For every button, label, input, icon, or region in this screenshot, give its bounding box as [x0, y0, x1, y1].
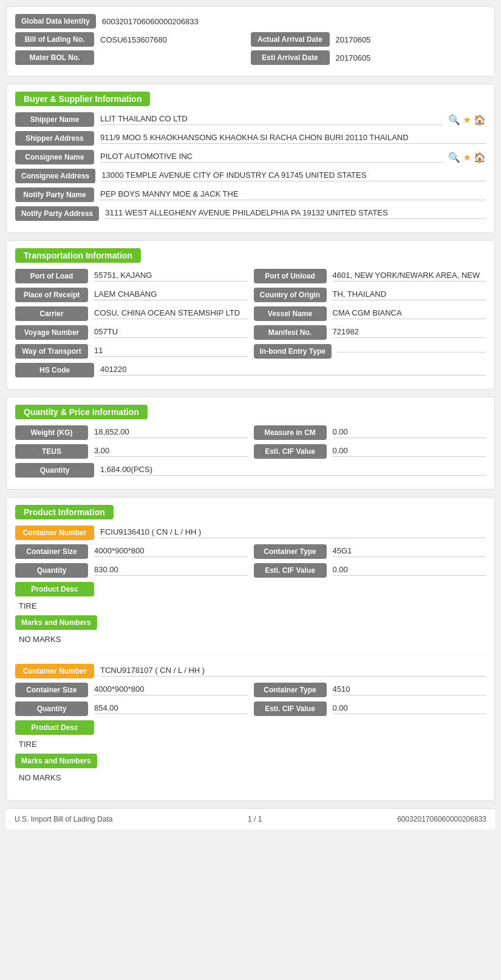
way-of-transport-label: Way of Transport: [15, 344, 88, 359]
container-number-label-2: Container Number: [15, 664, 94, 678]
teus-label: TEUS: [15, 444, 88, 459]
home-icon[interactable]: 🏠: [474, 114, 486, 126]
consignee-name-icons: 🔍 ★ 🏠: [448, 152, 486, 163]
product-desc-value-1: TIRE: [15, 599, 486, 613]
actual-arrival-date-value: 20170605: [336, 35, 486, 44]
teus-value: 3.00: [94, 446, 248, 457]
notify-party-name-label: Notify Party Name: [15, 188, 94, 202]
quantity-cif-row-2: Quantity 854.00 Esti. CIF Value 0.00: [15, 701, 486, 716]
transportation-title: Transportation Information: [15, 248, 141, 263]
search-icon[interactable]: 🔍: [448, 114, 460, 126]
container-type-value-2: 4510: [333, 684, 486, 695]
teus-col: TEUS 3.00: [15, 444, 248, 459]
product-information-card: Product Information Container Number FCI…: [6, 497, 495, 801]
bill-of-lading-value: COSU6153607680: [100, 35, 251, 44]
quantity-value: 1,684.00(PCS): [100, 465, 486, 476]
quantity-label-2: Quantity: [15, 701, 88, 716]
weight-kg-value: 18,852.00: [94, 427, 248, 438]
star-icon[interactable]: ★: [463, 114, 471, 126]
in-bond-entry-col: In-bond Entry Type: [254, 344, 486, 359]
quantity-row: Quantity 1,684.00(PCS): [15, 463, 486, 478]
buyer-supplier-card: Buyer & Supplier Information Shipper Nam…: [6, 84, 495, 233]
country-of-origin-label: Country of Origin: [254, 288, 327, 302]
weight-kg-label: Weight (KG): [15, 425, 88, 440]
quantity-price-title: Quantity & Price Information: [15, 405, 148, 419]
in-bond-entry-type-label: In-bond Entry Type: [254, 344, 332, 359]
carrier-value: COSU, CHINA OCEAN STEAMSHIP LTD: [94, 308, 248, 319]
container-number-row-1: Container Number FCIU9136410 ( CN / L / …: [15, 525, 486, 540]
port-load-unload-row: Port of Load 55751, KAJANG Port of Unloa…: [15, 269, 486, 283]
vessel-name-label: Vessel Name: [254, 306, 327, 321]
port-of-load-value: 55751, KAJANG: [94, 271, 248, 282]
container-size-label-1: Container Size: [15, 544, 88, 559]
product-desc-value-2: TIRE: [15, 737, 486, 751]
esti-cif-value-2: 0.00: [333, 703, 486, 714]
container-block-2: Container Number TCNU9178107 ( CN / L / …: [15, 664, 486, 793]
notify-party-address-value: 3111 WEST ALLEGHENY AVENUE PHILADELPHIA …: [105, 208, 486, 219]
port-of-unload-value: 4601, NEW YORK/NEWARK AREA, NEW: [333, 271, 486, 282]
country-of-origin-value: TH, THAILAND: [333, 289, 486, 300]
esti-cif-value-label: Esti. CIF Value: [254, 444, 327, 459]
container-type-label-1: Container Type: [254, 544, 327, 559]
consignee-home-icon[interactable]: 🏠: [474, 152, 486, 163]
quantity-label: Quantity: [15, 463, 94, 478]
container-type-col-1: Container Type 45G1: [254, 544, 486, 559]
receipt-origin-row: Place of Receipt LAEM CHABANG Country of…: [15, 288, 486, 302]
marks-numbers-label-2: Marks and Numbers: [15, 754, 97, 768]
esti-cif-col-1: Esti. CIF Value 0.00: [254, 563, 486, 578]
actual-arrival-pair: Actual Arrival Date 20170605: [251, 32, 486, 47]
carrier-vessel-row: Carrier COSU, CHINA OCEAN STEAMSHIP LTD …: [15, 306, 486, 321]
marks-numbers-value-1: NO MARKS: [15, 632, 486, 646]
port-of-load-label: Port of Load: [15, 269, 88, 283]
esti-arrival-date-value: 20170605: [336, 53, 486, 63]
global-data-identity-label: Global Data Identity: [15, 14, 96, 29]
shipper-name-value: LLIT THAILAND CO LTD: [100, 114, 443, 125]
quantity-price-card: Quantity & Price Information Weight (KG)…: [6, 397, 495, 490]
container-number-label-1: Container Number: [15, 525, 94, 540]
container-number-value-2: TCNU9178107 ( CN / L / HH ): [100, 666, 486, 677]
carrier-label: Carrier: [15, 306, 88, 321]
shipper-name-row: Shipper Name LLIT THAILAND CO LTD 🔍 ★ 🏠: [15, 112, 486, 127]
page: Global Data Identity 6003201706060000206…: [0, 0, 501, 836]
hs-code-label: HS Code: [15, 363, 94, 377]
consignee-star-icon[interactable]: ★: [463, 152, 471, 163]
shipper-address-row: Shipper Address 911/9 MOO 5 KHAOKHANSONG…: [15, 131, 486, 146]
container-number-row-2: Container Number TCNU9178107 ( CN / L / …: [15, 664, 486, 678]
esti-cif-label-2: Esti. CIF Value: [254, 701, 327, 716]
carrier-col: Carrier COSU, CHINA OCEAN STEAMSHIP LTD: [15, 306, 248, 321]
consignee-name-label: Consignee Name: [15, 150, 94, 164]
container-number-value-1: FCIU9136410 ( CN / L / HH ): [100, 527, 486, 538]
weight-kg-col: Weight (KG) 18,852.00: [15, 425, 248, 440]
port-of-unload-col: Port of Unload 4601, NEW YORK/NEWARK ARE…: [254, 269, 486, 283]
consignee-search-icon[interactable]: 🔍: [448, 152, 460, 163]
mater-esti-row: Mater BOL No. Esti Arrival Date 20170605: [15, 50, 486, 65]
teus-cif-row: TEUS 3.00 Esti. CIF Value 0.00: [15, 444, 486, 459]
way-of-transport-value: 11: [94, 346, 248, 357]
consignee-name-row: Consignee Name PILOT AUTOMOTIVE INC 🔍 ★ …: [15, 150, 486, 164]
way-inbond-row: Way of Transport 11 In-bond Entry Type: [15, 344, 486, 359]
global-data-identity-row: Global Data Identity 6003201706060000206…: [15, 14, 486, 29]
manifest-no-col: Manifest No. 721982: [254, 325, 486, 340]
footer-right-id: 6003201706060000206833: [397, 815, 486, 823]
container-size-col-2: Container Size 4000*900*800: [15, 683, 248, 697]
container-size-label-2: Container Size: [15, 683, 88, 697]
measure-in-cm-value: 0.00: [333, 427, 486, 438]
container-size-col-1: Container Size 4000*900*800: [15, 544, 248, 559]
voyage-manifest-row: Voyage Number 057TU Manifest No. 721982: [15, 325, 486, 340]
place-of-receipt-col: Place of Receipt LAEM CHABANG: [15, 288, 248, 302]
container-type-label-2: Container Type: [254, 683, 327, 697]
mater-bol-label: Mater BOL No.: [15, 50, 94, 65]
footer-page-info: 1 / 1: [248, 815, 262, 823]
bill-of-lading-pair: Bill of Lading No. COSU6153607680: [15, 32, 251, 47]
marks-numbers-value-2: NO MARKS: [15, 771, 486, 785]
global-data-identity-value: 6003201706060000206833: [102, 17, 486, 26]
esti-cif-col-2: Esti. CIF Value 0.00: [254, 701, 486, 716]
quantity-cif-row-1: Quantity 830.00 Esti. CIF Value 0.00: [15, 563, 486, 578]
hs-code-row: HS Code 401220: [15, 363, 486, 377]
voyage-number-value: 057TU: [94, 327, 248, 338]
container-block-1: Container Number FCIU9136410 ( CN / L / …: [15, 525, 486, 655]
vessel-name-value: CMA CGM BIANCA: [333, 308, 486, 319]
esti-cif-value-1: 0.00: [333, 565, 486, 576]
container-size-type-row-2: Container Size 4000*900*800 Container Ty…: [15, 683, 486, 697]
bill-of-lading-label: Bill of Lading No.: [15, 32, 94, 47]
